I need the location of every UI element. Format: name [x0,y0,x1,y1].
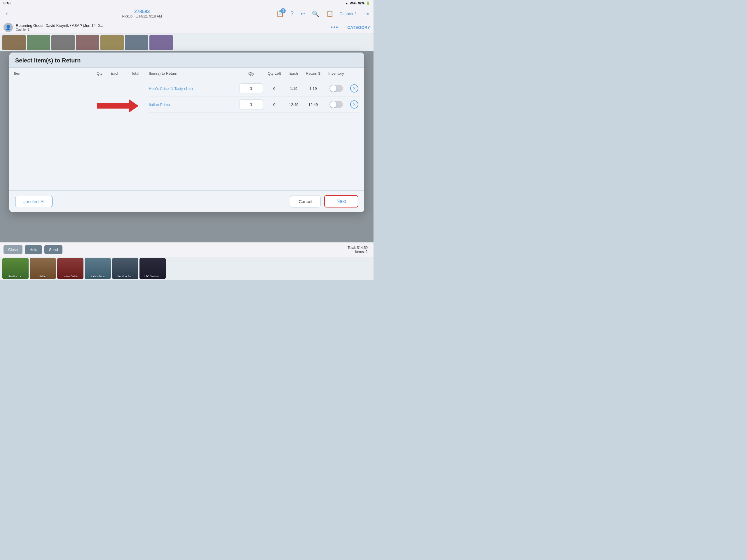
rh-col-qtyleft: Qty Left [264,71,284,76]
food-item-healthy-ham[interactable]: Healthy Ha... [2,258,29,279]
back-arrow-icon[interactable]: ↩ [300,9,306,18]
food-label-4: Italian Tuna [91,275,105,278]
toggle-1[interactable] [330,85,343,92]
notifications-badge-area: 📋 3 [276,10,284,18]
item-each-2: 12.49 [286,102,302,107]
logout-icon[interactable]: ⇥ [363,9,370,18]
rh-col-inventory: Inventory [325,71,348,76]
unselect-all-button[interactable]: Unselect All [15,196,53,207]
food-label-3: Italian Diablo [63,275,78,278]
total-label: Total: [347,246,356,250]
clipboard-icon2[interactable]: 📋 [325,9,335,18]
rh-col-return: Return $ [303,71,323,76]
annotation-arrow [97,100,138,112]
send-button[interactable]: Send [44,245,62,254]
item-return-1: 1.19 [303,86,323,91]
next-button[interactable]: Next [324,195,358,207]
close-circle-2[interactable]: ✕ [350,100,358,108]
cancel-button[interactable]: Cancel [290,195,321,207]
back-button[interactable]: ‹ [3,9,10,19]
food-label-5: Knuckle Sa... [117,275,133,278]
toggle-knob-2 [330,101,336,108]
total-area: Total: $14.50 Items: 2 [65,246,370,254]
item-inventory-toggle-1[interactable] [325,85,348,92]
food-items-row: Healthy Ha... Italian Italian Diablo Ita… [0,257,374,280]
item-name-1: Herr's Crisp 'N Tasty (1oz) [149,86,238,91]
category-image-7[interactable] [149,35,173,50]
item-inventory-toggle-2[interactable] [325,101,348,108]
close-circle-1[interactable]: ✕ [350,84,358,93]
search-icon[interactable]: 🔍 [311,9,320,18]
help-icon[interactable]: ? [289,9,295,18]
guest-bar: 👤 Returning Guest, David Kraynik / ASAP … [0,21,374,34]
guest-avatar: 👤 [3,23,13,32]
item-return-2: 12.49 [303,102,323,107]
item-qtyleft-2: 0 [264,102,284,107]
hold-button[interactable]: Hold [25,245,42,254]
category-images-row [0,34,374,51]
item-qty-input-1[interactable] [239,83,263,93]
food-label-2: Italian [40,275,46,278]
total-line: Total: $14.50 [65,246,368,250]
close-button[interactable]: Close [3,245,23,254]
item-each-1: 1.19 [286,86,302,91]
food-item-knuckle[interactable]: Knuckle Sa... [112,258,138,279]
left-headers: Item Qty Each Total [14,71,139,78]
food-item-italian-tuna[interactable]: Italian Tuna [85,258,111,279]
modal-title: Select Item(s) to Return [15,57,80,63]
item-close-2[interactable]: ✕ [349,100,360,108]
item-name-2: Italian Primo [149,102,238,107]
order-id: 278583 [13,9,271,14]
items-label: Items: [355,250,365,254]
item-qty-input-2[interactable] [239,100,263,109]
order-info: 278583 Pickup | 6/14/22, 9:18 AM [13,9,271,18]
guest-info: Returning Guest, David Kraynik / ASAP (J… [16,23,328,31]
category-image-1[interactable] [2,35,26,50]
modal-overlay: Select Item(s) to Return Item Qty Each T… [0,51,374,242]
food-item-lto[interactable]: LTO Sandwi... [139,258,166,279]
status-bar: 8:40 ▲ WiFi 92% 🔋 [0,0,374,6]
toggle-2[interactable] [330,101,343,108]
food-item-italian[interactable]: Italian [30,258,56,279]
item-qtyleft-1: 0 [264,86,284,91]
right-headers: Item(s) to Return Qty Qty Left Each Retu… [149,71,360,78]
return-items-modal: Select Item(s) to Return Item Qty Each T… [9,53,364,212]
battery-level: 92% [358,1,364,5]
col-header-item: Item [14,71,91,76]
food-label-1: Healthy Ha... [8,275,23,278]
toggle-knob-1 [330,85,336,92]
status-time: 8:40 [3,1,10,5]
food-label-6: LTO Sandwi... [145,275,161,278]
food-item-italian-diablo[interactable]: Italian Diablo [57,258,83,279]
badge-count: 3 [280,8,286,14]
col-header-qty: Qty [94,71,105,76]
category-label: CATEGORY [347,25,370,30]
return-item-row: Herr's Crisp 'N Tasty (1oz) 0 1.19 1.19 … [149,80,360,97]
rh-col-each: Each [286,71,302,76]
category-image-2[interactable] [27,35,50,50]
guest-sub: Cashier 1 [16,28,328,31]
col-header-total: Total [125,71,139,76]
items-line: Items: 2 [65,250,368,254]
guest-name: Returning Guest, David Kraynik / ASAP (J… [16,23,328,28]
guest-options-button[interactable]: ••• [331,24,338,31]
signal-icon: ▲ [345,1,349,5]
modal-header: Select Item(s) to Return [9,53,364,68]
return-item-row-2: Italian Primo 0 12.49 12.49 ✕ [149,97,360,113]
bottom-action-bar: Close Hold Send Total: $14.50 Items: 2 [0,242,374,257]
category-image-4[interactable] [76,35,99,50]
cashier-label: Cashier 1. [339,11,358,16]
rh-col-items: Item(s) to Return [149,71,238,76]
category-image-6[interactable] [125,35,148,50]
item-close-1[interactable]: ✕ [349,84,360,93]
items-count: 2 [366,250,368,254]
col-header-each: Each [108,71,122,76]
category-image-5[interactable] [100,35,124,50]
nav-right-icons: ? ↩ 🔍 📋 Cashier 1. ⇥ [289,9,370,18]
total-amount: $14.50 [357,246,368,250]
footer-right-buttons: Cancel Next [290,195,358,207]
rh-col-qty: Qty [239,71,263,76]
category-image-3[interactable] [51,35,75,50]
right-panel: Item(s) to Return Qty Qty Left Each Retu… [144,68,364,190]
main-area: Select Item(s) to Return Item Qty Each T… [0,51,374,242]
